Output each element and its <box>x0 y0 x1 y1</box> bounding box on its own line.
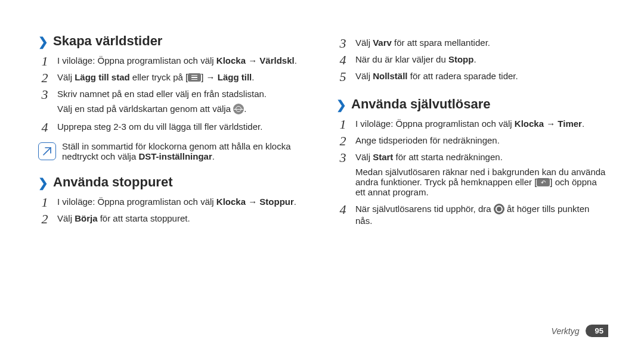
steps-list-stopwatch: 1 I viloläge: Öppna programlistan och vä… <box>38 194 308 229</box>
steps-list-world-clock: 1 I viloläge: Öppna programlistan och vä… <box>38 52 308 105</box>
step-item: 2 Välj Lägg till stad eller tryck på [] … <box>38 71 308 85</box>
manual-page: ❯ Skapa världstider 1 I viloläge: Öppna … <box>0 0 644 349</box>
section-heading-stopwatch: ❯ Använda stoppuret <box>38 174 308 190</box>
step-body: När du är klar väljer du Stopp. <box>355 54 476 66</box>
step-item: 5 Välj Nollställ för att radera sparade … <box>336 70 606 83</box>
step-body: När självutlösarens tid upphör, dra åt h… <box>355 203 606 228</box>
note-icon <box>38 142 56 160</box>
heading-text: Använda stoppuret <box>53 174 172 190</box>
step-number: 1 <box>336 118 349 131</box>
step-body: Skriv namnet på en stad eller välj en fr… <box>57 88 267 100</box>
stop-ring-icon <box>494 204 504 214</box>
steps-list-continued: 4 Upprepa steg 2-3 om du vill lägga till… <box>38 119 308 138</box>
chevron-right-icon: ❯ <box>336 99 346 111</box>
footer-section-label: Verktyg <box>552 326 580 336</box>
note-block: Ställ in sommartid för klockorna genom a… <box>38 141 308 161</box>
step-body: Upprepa steg 2-3 om du vill lägga till f… <box>57 121 262 133</box>
step-number: 4 <box>336 203 349 216</box>
step-item: 1 I viloläge: Öppna programlistan och vä… <box>38 55 308 68</box>
right-column: 3 Välj Varv för att spara mellantider. 4… <box>336 29 606 331</box>
step-body: Välj Varv för att spara mellantider. <box>355 37 490 49</box>
step-item: 2 Välj Börja för att starta stoppuret. <box>38 213 308 226</box>
step-number: 3 <box>336 37 349 50</box>
step-body: Välj Börja för att starta stoppuret. <box>57 213 190 225</box>
step-body: Välj Start för att starta nedräkningen. <box>355 151 503 163</box>
footer-page-number: 95 <box>586 325 608 337</box>
chevron-right-icon: ❯ <box>38 177 48 189</box>
two-column-layout: ❯ Skapa världstider 1 I viloläge: Öppna … <box>38 29 606 331</box>
return-icon: ↶ <box>537 178 550 186</box>
step-number: 2 <box>38 213 51 226</box>
step-number: 2 <box>336 135 349 148</box>
step-item: 3 Välj Varv för att spara mellantider. <box>336 37 606 50</box>
step-subtext: Medan självutlösaren räknar ned i bakgru… <box>355 167 606 197</box>
step-number: 4 <box>38 121 51 134</box>
left-column: ❯ Skapa världstider 1 I viloläge: Öppna … <box>38 29 308 331</box>
heading-text: Skapa världstider <box>53 33 162 49</box>
chevron-right-icon: ❯ <box>38 36 48 48</box>
step-number: 3 <box>38 88 51 101</box>
step-number: 5 <box>336 70 349 83</box>
step-item: 2 Ange tidsperioden för nedräkningen. <box>336 135 606 148</box>
steps-list-timer: 1 I viloläge: Öppna programlistan och vä… <box>336 116 606 168</box>
step-subtext: Välj en stad på världskartan genom att v… <box>57 104 308 115</box>
note-text: Ställ in sommartid för klockorna genom a… <box>62 141 308 161</box>
step-body: Välj Lägg till stad eller tryck på [] → … <box>57 71 254 83</box>
menu-icon <box>188 73 201 82</box>
globe-icon <box>233 104 244 114</box>
steps-list-stopwatch-cont: 3 Välj Varv för att spara mellantider. 4… <box>336 35 606 87</box>
step-body: Ange tidsperioden för nedräkningen. <box>355 135 500 147</box>
step-item: 4 När självutlösarens tid upphör, dra åt… <box>336 203 606 228</box>
step-item: 3 Skriv namnet på en stad eller välj en … <box>38 88 308 101</box>
section-heading-timer: ❯ Använda självutlösare <box>336 96 606 112</box>
step-number: 1 <box>38 196 51 209</box>
steps-list-timer-cont: 4 När självutlösarens tid upphör, dra åt… <box>336 201 606 231</box>
step-number: 3 <box>336 151 349 164</box>
heading-text: Använda självutlösare <box>351 96 491 112</box>
step-item: 4 När du är klar väljer du Stopp. <box>336 54 606 67</box>
step-item: 3 Välj Start för att starta nedräkningen… <box>336 151 606 164</box>
page-footer: Verktyg 95 <box>552 325 608 337</box>
step-body: I viloläge: Öppna programlistan och välj… <box>355 118 584 130</box>
step-number: 4 <box>336 54 349 67</box>
section-heading-world-clock: ❯ Skapa världstider <box>38 33 308 49</box>
step-item: 4 Upprepa steg 2-3 om du vill lägga till… <box>38 121 308 134</box>
step-body: I viloläge: Öppna programlistan och välj… <box>57 55 297 67</box>
step-item: 1 I viloläge: Öppna programlistan och vä… <box>38 196 308 209</box>
step-number: 2 <box>38 71 51 85</box>
step-body: I viloläge: Öppna programlistan och välj… <box>57 196 296 208</box>
step-body: Välj Nollställ för att radera sparade ti… <box>355 70 518 82</box>
step-item: 1 I viloläge: Öppna programlistan och vä… <box>336 118 606 131</box>
step-number: 1 <box>38 55 51 68</box>
